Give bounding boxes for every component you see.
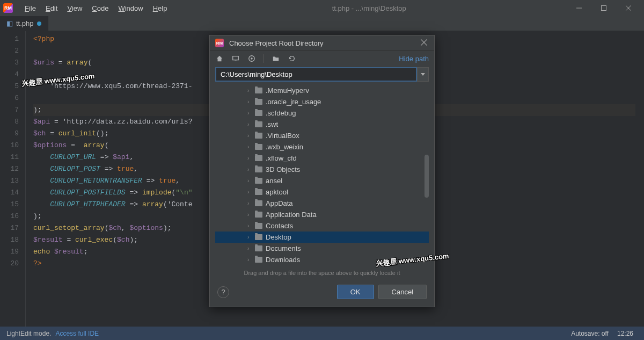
folder-tree[interactable]: ›.MemuHyperv›.oracle_jre_usage›.scfdebug… <box>215 85 429 266</box>
tree-item-label: Application Data <box>266 211 317 219</box>
tree-item[interactable]: ›.VirtualBox <box>215 130 429 141</box>
dialog-titlebar: RM Choose Project Root Directory <box>210 35 434 51</box>
main-menu: File Edit View Code Window Help <box>20 2 171 15</box>
chevron-right-icon: › <box>247 99 252 105</box>
chevron-right-icon: › <box>247 223 252 229</box>
tree-item[interactable]: ›apktool <box>215 186 429 198</box>
chevron-right-icon: › <box>247 144 252 150</box>
tree-item[interactable]: ›AppData <box>215 198 429 209</box>
tree-item[interactable]: ›Downloads <box>215 254 429 265</box>
tree-item[interactable]: ›ansel <box>215 175 429 186</box>
dialog-toolbar: Hide path <box>210 51 434 66</box>
chevron-right-icon: › <box>247 88 252 93</box>
svg-rect-0 <box>602 6 606 11</box>
folder-icon <box>255 178 262 184</box>
chevron-right-icon: › <box>247 189 252 195</box>
chevron-right-icon: › <box>247 155 252 161</box>
chevron-right-icon: › <box>247 133 252 139</box>
tree-item-label: .VirtualBox <box>266 132 299 140</box>
status-mode: LightEdit mode. <box>6 330 51 337</box>
gutter: 1234567891011121314151617181920 <box>0 31 26 327</box>
dialog-hint: Drag and drop a file into the space abov… <box>210 266 434 279</box>
tree-scrollbar[interactable] <box>425 155 429 198</box>
menu-window[interactable]: Window <box>114 2 147 15</box>
chevron-right-icon: › <box>247 167 252 172</box>
chevron-right-icon: › <box>247 200 252 206</box>
cancel-button[interactable]: Cancel <box>378 285 427 299</box>
tree-item[interactable]: ›.wxb_weixin <box>215 141 429 153</box>
svg-rect-1 <box>233 56 239 60</box>
folder-icon <box>255 144 262 150</box>
maximize-button[interactable] <box>591 0 616 16</box>
menu-view[interactable]: View <box>63 2 86 15</box>
tab-label: tt.php <box>16 19 34 27</box>
dialog-app-icon: RM <box>215 39 224 47</box>
folder-icon <box>255 88 262 93</box>
desktop-icon[interactable] <box>231 54 240 63</box>
svg-point-3 <box>251 57 253 60</box>
menu-code[interactable]: Code <box>87 2 113 15</box>
tree-item[interactable]: ›.oracle_jre_usage <box>215 96 429 107</box>
chevron-right-icon: › <box>247 257 252 263</box>
titlebar: RM File Edit View Code Window Help tt.ph… <box>0 0 644 16</box>
tree-item-label: Contacts <box>266 222 293 230</box>
tree-item[interactable]: ›.xflow_cfd <box>215 153 429 164</box>
chevron-right-icon: › <box>247 178 252 184</box>
tree-item[interactable]: ›Application Data <box>215 209 429 220</box>
tree-item[interactable]: ›Contacts <box>215 220 429 232</box>
close-button[interactable] <box>616 0 641 16</box>
folder-icon <box>255 110 262 116</box>
path-combo <box>215 67 429 82</box>
menu-file[interactable]: File <box>20 2 40 15</box>
modified-dot-icon <box>37 21 41 26</box>
tree-item-label: .swt <box>266 120 278 128</box>
folder-icon <box>255 200 262 206</box>
dialog-title: Choose Project Root Directory <box>229 39 419 47</box>
path-input[interactable] <box>215 67 417 82</box>
tree-item[interactable]: ›.MemuHyperv <box>215 85 429 96</box>
refresh-icon[interactable] <box>288 54 296 63</box>
hide-path-link[interactable]: Hide path <box>399 55 429 63</box>
tree-item-label: apktool <box>266 188 288 196</box>
autosave-status[interactable]: Autosave: off <box>571 330 609 337</box>
folder-icon <box>255 257 262 263</box>
help-button[interactable]: ? <box>217 286 229 298</box>
access-full-ide-link[interactable]: Access full IDE <box>55 330 99 337</box>
tab-file[interactable]: ◧ tt.php <box>0 16 48 31</box>
folder-icon <box>255 212 262 218</box>
app-icon: RM <box>3 3 13 13</box>
tree-item[interactable]: ›Desktop <box>215 232 429 243</box>
tree-item[interactable]: ›3D Objects <box>215 164 429 175</box>
dialog-button-row: ? OK Cancel <box>210 279 434 307</box>
minimize-button[interactable] <box>567 0 591 16</box>
tabbar: ◧ tt.php <box>0 16 644 31</box>
menu-edit[interactable]: Edit <box>41 2 62 15</box>
tree-item-label: .wxb_weixin <box>266 143 303 151</box>
tree-item-label: Documents <box>266 244 301 252</box>
chevron-right-icon: › <box>247 234 252 240</box>
tree-item[interactable]: ›Documents <box>215 243 429 254</box>
tree-item-label: ansel <box>266 177 282 185</box>
menu-help[interactable]: Help <box>149 2 172 15</box>
window-title: tt.php - ...\ming\Desktop <box>171 4 567 12</box>
project-icon[interactable] <box>247 54 256 63</box>
folder-icon <box>255 245 262 251</box>
folder-icon <box>255 121 262 127</box>
home-icon[interactable] <box>215 54 224 63</box>
folder-icon <box>255 223 262 229</box>
folder-icon <box>255 133 262 139</box>
chevron-right-icon: › <box>247 110 252 116</box>
choose-root-dialog: RM Choose Project Root Directory Hide pa… <box>209 35 435 307</box>
tree-item-label: .oracle_jre_usage <box>266 98 321 106</box>
new-folder-icon[interactable] <box>272 54 280 63</box>
dialog-close-button[interactable] <box>419 39 429 47</box>
statusbar: LightEdit mode. Access full IDE Autosave… <box>0 327 644 340</box>
folder-icon <box>255 155 262 161</box>
tree-item[interactable]: ›.scfdebug <box>215 107 429 119</box>
path-dropdown-button[interactable] <box>417 67 429 82</box>
folder-icon <box>255 234 262 240</box>
chevron-right-icon: › <box>247 245 252 251</box>
tree-item-label: .scfdebug <box>266 109 296 117</box>
tree-item[interactable]: ›.swt <box>215 119 429 130</box>
ok-button[interactable]: OK <box>337 285 374 299</box>
